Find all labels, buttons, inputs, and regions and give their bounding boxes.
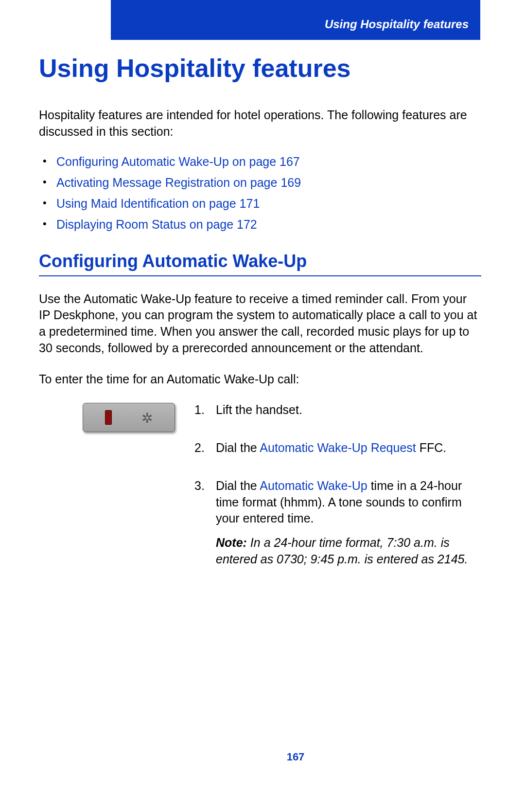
section-instruction: To enter the time for an Automatic Wake-… bbox=[39, 371, 481, 388]
toc-item[interactable]: Using Maid Identification on page 171 bbox=[39, 197, 481, 211]
toc-item[interactable]: Activating Message Registration on page … bbox=[39, 176, 481, 190]
section-heading: Configuring Automatic Wake-Up bbox=[39, 251, 481, 276]
gear-icon: ✲ bbox=[141, 412, 153, 423]
page-number: 167 bbox=[287, 751, 305, 763]
page-footer: 167 bbox=[111, 751, 480, 763]
phone-button-image: ✲ bbox=[83, 403, 175, 432]
step-link[interactable]: Automatic Wake-Up bbox=[260, 479, 370, 492]
step-item: 3. Dial the Automatic Wake-Up time in a … bbox=[194, 478, 481, 568]
toc-list: Configuring Automatic Wake-Up on page 16… bbox=[39, 155, 481, 232]
step-note: Note: In a 24-hour time format, 7:30 a.m… bbox=[216, 535, 481, 568]
step-link[interactable]: Automatic Wake-Up Request bbox=[260, 441, 416, 454]
intro-paragraph: Hospitality features are intended for ho… bbox=[39, 107, 481, 140]
step-item: 1. Lift the handset. bbox=[194, 402, 481, 418]
steps-container: ✲ 1. Lift the handset. 2. Dial the Autom… bbox=[39, 402, 481, 589]
page-content: Using Hospitality features Hospitality f… bbox=[39, 54, 481, 589]
page-title: Using Hospitality features bbox=[39, 54, 481, 83]
led-indicator-icon bbox=[105, 410, 112, 425]
toc-item[interactable]: Displaying Room Status on page 172 bbox=[39, 217, 481, 232]
note-body: In a 24-hour time format, 7:30 a.m. is e… bbox=[216, 536, 468, 566]
step-text-post: FFC. bbox=[416, 441, 447, 454]
step-number: 3. bbox=[194, 478, 205, 494]
toc-item[interactable]: Configuring Automatic Wake-Up on page 16… bbox=[39, 155, 481, 169]
step-number: 1. bbox=[194, 402, 205, 418]
header-section-name: Using Hospitality features bbox=[325, 18, 469, 31]
header-bar: Using Hospitality features bbox=[111, 0, 480, 40]
step-text-pre: Dial the bbox=[216, 441, 260, 454]
step-text: Lift the handset. bbox=[216, 403, 302, 416]
section-paragraph: Use the Automatic Wake-Up feature to rec… bbox=[39, 291, 481, 357]
step-item: 2. Dial the Automatic Wake-Up Request FF… bbox=[194, 440, 481, 456]
step-number: 2. bbox=[194, 440, 205, 456]
steps-list: 1. Lift the handset. 2. Dial the Automat… bbox=[194, 402, 481, 589]
note-label: Note: bbox=[216, 536, 247, 549]
step-text-pre: Dial the bbox=[216, 479, 260, 492]
